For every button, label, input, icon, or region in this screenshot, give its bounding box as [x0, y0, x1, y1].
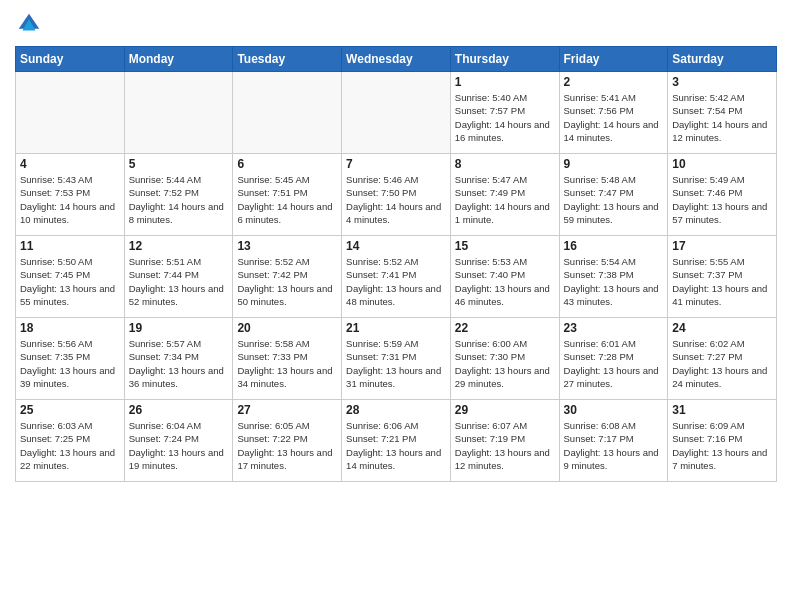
day-number: 30: [564, 403, 664, 417]
day-info: Sunrise: 6:03 AMSunset: 7:25 PMDaylight:…: [20, 419, 120, 472]
day-number: 23: [564, 321, 664, 335]
day-cell: 25Sunrise: 6:03 AMSunset: 7:25 PMDayligh…: [16, 400, 125, 482]
day-cell: 3Sunrise: 5:42 AMSunset: 7:54 PMDaylight…: [668, 72, 777, 154]
day-number: 21: [346, 321, 446, 335]
day-cell: 11Sunrise: 5:50 AMSunset: 7:45 PMDayligh…: [16, 236, 125, 318]
day-number: 19: [129, 321, 229, 335]
day-info: Sunrise: 6:05 AMSunset: 7:22 PMDaylight:…: [237, 419, 337, 472]
week-row-3: 11Sunrise: 5:50 AMSunset: 7:45 PMDayligh…: [16, 236, 777, 318]
day-number: 18: [20, 321, 120, 335]
weekday-header-sunday: Sunday: [16, 47, 125, 72]
day-cell: 8Sunrise: 5:47 AMSunset: 7:49 PMDaylight…: [450, 154, 559, 236]
day-number: 9: [564, 157, 664, 171]
day-cell: 5Sunrise: 5:44 AMSunset: 7:52 PMDaylight…: [124, 154, 233, 236]
day-number: 31: [672, 403, 772, 417]
day-info: Sunrise: 6:04 AMSunset: 7:24 PMDaylight:…: [129, 419, 229, 472]
day-number: 29: [455, 403, 555, 417]
day-info: Sunrise: 6:08 AMSunset: 7:17 PMDaylight:…: [564, 419, 664, 472]
day-info: Sunrise: 5:52 AMSunset: 7:42 PMDaylight:…: [237, 255, 337, 308]
day-number: 2: [564, 75, 664, 89]
day-info: Sunrise: 5:50 AMSunset: 7:45 PMDaylight:…: [20, 255, 120, 308]
day-number: 10: [672, 157, 772, 171]
day-info: Sunrise: 5:44 AMSunset: 7:52 PMDaylight:…: [129, 173, 229, 226]
day-number: 16: [564, 239, 664, 253]
day-cell: 20Sunrise: 5:58 AMSunset: 7:33 PMDayligh…: [233, 318, 342, 400]
day-number: 27: [237, 403, 337, 417]
day-number: 4: [20, 157, 120, 171]
weekday-header-tuesday: Tuesday: [233, 47, 342, 72]
logo-icon: [15, 10, 43, 38]
day-cell: 15Sunrise: 5:53 AMSunset: 7:40 PMDayligh…: [450, 236, 559, 318]
day-number: 7: [346, 157, 446, 171]
day-cell: [124, 72, 233, 154]
calendar: SundayMondayTuesdayWednesdayThursdayFrid…: [15, 46, 777, 482]
day-info: Sunrise: 6:02 AMSunset: 7:27 PMDaylight:…: [672, 337, 772, 390]
day-info: Sunrise: 5:55 AMSunset: 7:37 PMDaylight:…: [672, 255, 772, 308]
day-number: 20: [237, 321, 337, 335]
day-cell: 29Sunrise: 6:07 AMSunset: 7:19 PMDayligh…: [450, 400, 559, 482]
day-cell: 17Sunrise: 5:55 AMSunset: 7:37 PMDayligh…: [668, 236, 777, 318]
day-number: 6: [237, 157, 337, 171]
weekday-header-friday: Friday: [559, 47, 668, 72]
day-cell: [16, 72, 125, 154]
day-cell: 16Sunrise: 5:54 AMSunset: 7:38 PMDayligh…: [559, 236, 668, 318]
day-cell: [233, 72, 342, 154]
day-info: Sunrise: 5:46 AMSunset: 7:50 PMDaylight:…: [346, 173, 446, 226]
day-number: 22: [455, 321, 555, 335]
day-number: 26: [129, 403, 229, 417]
day-info: Sunrise: 6:00 AMSunset: 7:30 PMDaylight:…: [455, 337, 555, 390]
day-cell: 12Sunrise: 5:51 AMSunset: 7:44 PMDayligh…: [124, 236, 233, 318]
day-cell: 24Sunrise: 6:02 AMSunset: 7:27 PMDayligh…: [668, 318, 777, 400]
day-number: 13: [237, 239, 337, 253]
day-info: Sunrise: 5:59 AMSunset: 7:31 PMDaylight:…: [346, 337, 446, 390]
day-info: Sunrise: 5:48 AMSunset: 7:47 PMDaylight:…: [564, 173, 664, 226]
weekday-header-saturday: Saturday: [668, 47, 777, 72]
day-info: Sunrise: 6:06 AMSunset: 7:21 PMDaylight:…: [346, 419, 446, 472]
day-number: 14: [346, 239, 446, 253]
day-number: 5: [129, 157, 229, 171]
week-row-5: 25Sunrise: 6:03 AMSunset: 7:25 PMDayligh…: [16, 400, 777, 482]
day-info: Sunrise: 5:42 AMSunset: 7:54 PMDaylight:…: [672, 91, 772, 144]
day-info: Sunrise: 5:51 AMSunset: 7:44 PMDaylight:…: [129, 255, 229, 308]
week-row-4: 18Sunrise: 5:56 AMSunset: 7:35 PMDayligh…: [16, 318, 777, 400]
day-number: 15: [455, 239, 555, 253]
day-cell: 30Sunrise: 6:08 AMSunset: 7:17 PMDayligh…: [559, 400, 668, 482]
day-cell: 23Sunrise: 6:01 AMSunset: 7:28 PMDayligh…: [559, 318, 668, 400]
week-row-2: 4Sunrise: 5:43 AMSunset: 7:53 PMDaylight…: [16, 154, 777, 236]
day-cell: 14Sunrise: 5:52 AMSunset: 7:41 PMDayligh…: [342, 236, 451, 318]
page-container: SundayMondayTuesdayWednesdayThursdayFrid…: [0, 0, 792, 492]
day-info: Sunrise: 5:52 AMSunset: 7:41 PMDaylight:…: [346, 255, 446, 308]
weekday-header-wednesday: Wednesday: [342, 47, 451, 72]
day-cell: 21Sunrise: 5:59 AMSunset: 7:31 PMDayligh…: [342, 318, 451, 400]
day-info: Sunrise: 5:53 AMSunset: 7:40 PMDaylight:…: [455, 255, 555, 308]
day-number: 11: [20, 239, 120, 253]
day-number: 28: [346, 403, 446, 417]
day-cell: 10Sunrise: 5:49 AMSunset: 7:46 PMDayligh…: [668, 154, 777, 236]
day-cell: 13Sunrise: 5:52 AMSunset: 7:42 PMDayligh…: [233, 236, 342, 318]
day-info: Sunrise: 5:49 AMSunset: 7:46 PMDaylight:…: [672, 173, 772, 226]
day-info: Sunrise: 5:56 AMSunset: 7:35 PMDaylight:…: [20, 337, 120, 390]
logo: [15, 10, 47, 38]
weekday-header-monday: Monday: [124, 47, 233, 72]
day-cell: 28Sunrise: 6:06 AMSunset: 7:21 PMDayligh…: [342, 400, 451, 482]
day-info: Sunrise: 5:58 AMSunset: 7:33 PMDaylight:…: [237, 337, 337, 390]
day-number: 1: [455, 75, 555, 89]
weekday-header-row: SundayMondayTuesdayWednesdayThursdayFrid…: [16, 47, 777, 72]
weekday-header-thursday: Thursday: [450, 47, 559, 72]
day-info: Sunrise: 5:57 AMSunset: 7:34 PMDaylight:…: [129, 337, 229, 390]
day-info: Sunrise: 5:45 AMSunset: 7:51 PMDaylight:…: [237, 173, 337, 226]
day-number: 24: [672, 321, 772, 335]
header: [15, 10, 777, 38]
day-number: 25: [20, 403, 120, 417]
day-info: Sunrise: 6:07 AMSunset: 7:19 PMDaylight:…: [455, 419, 555, 472]
week-row-1: 1Sunrise: 5:40 AMSunset: 7:57 PMDaylight…: [16, 72, 777, 154]
day-info: Sunrise: 5:43 AMSunset: 7:53 PMDaylight:…: [20, 173, 120, 226]
day-cell: 27Sunrise: 6:05 AMSunset: 7:22 PMDayligh…: [233, 400, 342, 482]
day-info: Sunrise: 6:01 AMSunset: 7:28 PMDaylight:…: [564, 337, 664, 390]
day-cell: 26Sunrise: 6:04 AMSunset: 7:24 PMDayligh…: [124, 400, 233, 482]
day-cell: 1Sunrise: 5:40 AMSunset: 7:57 PMDaylight…: [450, 72, 559, 154]
day-info: Sunrise: 6:09 AMSunset: 7:16 PMDaylight:…: [672, 419, 772, 472]
day-cell: 6Sunrise: 5:45 AMSunset: 7:51 PMDaylight…: [233, 154, 342, 236]
day-info: Sunrise: 5:41 AMSunset: 7:56 PMDaylight:…: [564, 91, 664, 144]
day-info: Sunrise: 5:47 AMSunset: 7:49 PMDaylight:…: [455, 173, 555, 226]
